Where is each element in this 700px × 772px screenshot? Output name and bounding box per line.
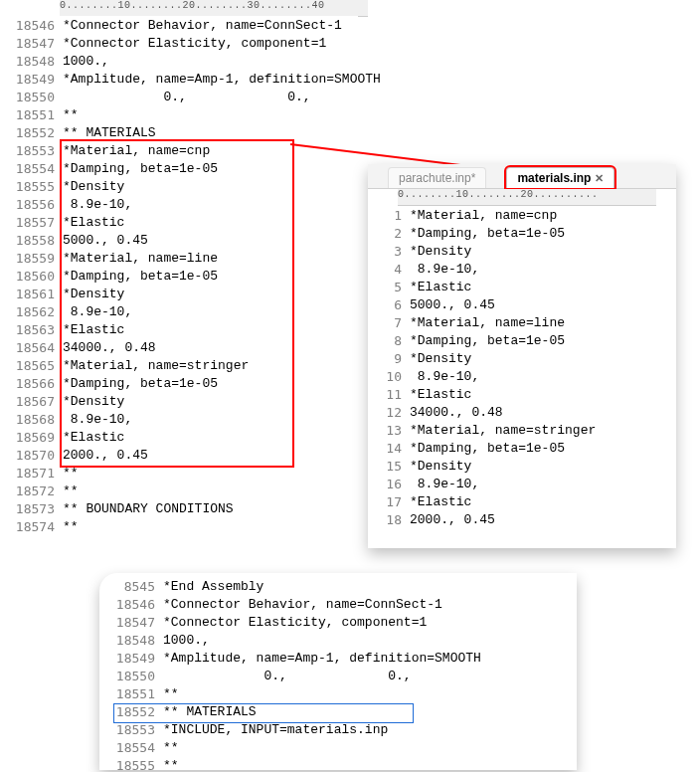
code-line[interactable]: 8*Damping, beta=1e-05 [368, 331, 676, 349]
code-line[interactable]: 65000., 0.45 [368, 295, 676, 313]
code-line[interactable]: 7*Material, name=line [368, 313, 676, 331]
code-line[interactable]: 18563*Elastic [0, 320, 358, 338]
code-text: 8.9e-10, [410, 477, 479, 491]
line-number: 18551 [0, 107, 63, 122]
code-line[interactable]: 18554*Damping, beta=1e-05 [0, 159, 358, 177]
code-line[interactable]: 18551** [105, 684, 481, 702]
code-line[interactable]: 18550 0., 0., [0, 88, 358, 105]
code-line[interactable]: 18560*Damping, beta=1e-05 [0, 267, 358, 285]
code-line[interactable]: 18567*Density [0, 392, 358, 410]
code-line[interactable]: 18549*Amplitude, name=Amp-1, definition=… [105, 649, 481, 667]
line-number: 18574 [0, 519, 63, 534]
code-line[interactable]: 1*Material, name=cnp [368, 206, 676, 224]
code-line[interactable]: 18571** [0, 464, 358, 482]
code-text: 34000., 0.48 [63, 340, 156, 355]
code-line[interactable]: 182000., 0.45 [368, 510, 676, 528]
code-text: 8.9e-10, [410, 369, 479, 384]
code-line[interactable]: 18553*Material, name=cnp [0, 141, 358, 159]
code-line[interactable]: 18554** [105, 738, 481, 756]
code-line[interactable]: 18547*Connector Elasticity, component=1 [0, 34, 358, 52]
code-text: 5000., 0.45 [63, 233, 148, 248]
code-line[interactable]: 18569*Elastic [0, 428, 358, 446]
code-text: *Material, name=line [63, 251, 218, 266]
code-line[interactable]: 18551** [0, 105, 358, 123]
code-line[interactable]: 18553*INCLUDE, INPUT=materials.inp [105, 720, 481, 738]
code-line[interactable]: 9*Density [368, 349, 676, 367]
line-number: 18546 [105, 597, 163, 612]
code-text: ** [163, 758, 179, 771]
line-number: 13 [368, 423, 410, 438]
code-line[interactable]: 3*Density [368, 242, 676, 260]
code-line[interactable]: 185585000., 0.45 [0, 231, 358, 249]
line-number: 18560 [0, 269, 63, 284]
code-text: *Material, name=cnp [63, 143, 210, 158]
code-text: *Elastic [410, 387, 471, 402]
code-line[interactable]: 18573** BOUNDARY CONDITIONS [0, 499, 358, 517]
code-line[interactable]: 18546*Connector Behavior, name=ConnSect-… [105, 595, 481, 613]
editor-main[interactable]: 18546*Connector Behavior, name=ConnSect-… [0, 16, 358, 535]
code-line[interactable]: 185481000., [105, 631, 481, 649]
line-number: 16 [368, 477, 410, 491]
code-text: *Damping, beta=1e-05 [410, 226, 565, 241]
code-text: *Density [63, 179, 124, 194]
code-line[interactable]: 18556 8.9e-10, [0, 195, 358, 213]
line-number: 5 [368, 280, 410, 294]
code-line[interactable]: 17*Elastic [368, 492, 676, 510]
code-line[interactable]: 18555*Density [0, 177, 358, 195]
code-line[interactable]: 18568 8.9e-10, [0, 410, 358, 428]
editor-include[interactable]: 8545*End Assembly18546*Connector Behavio… [105, 577, 481, 770]
line-number: 15 [368, 459, 410, 474]
code-line[interactable]: 1856434000., 0.48 [0, 338, 358, 356]
code-line[interactable]: 18555** [105, 756, 481, 770]
code-text: *Connector Behavior, name=ConnSect-1 [63, 18, 342, 33]
code-line[interactable]: 11*Elastic [368, 385, 676, 403]
line-number: 14 [368, 441, 410, 456]
code-line[interactable]: 18561*Density [0, 285, 358, 302]
code-line[interactable]: 16 8.9e-10, [368, 475, 676, 492]
code-line[interactable]: 5*Elastic [368, 278, 676, 295]
code-line[interactable]: 18572** [0, 482, 358, 499]
code-text: *End Assembly [163, 579, 263, 594]
tab-materials[interactable]: materials.inp ✕ [506, 167, 614, 188]
editor-materials[interactable]: 1*Material, name=cnp2*Damping, beta=1e-0… [368, 206, 676, 528]
code-line[interactable]: 18552** MATERIALS [0, 123, 358, 141]
code-text: ** MATERIALS [163, 704, 257, 719]
line-number: 18551 [105, 686, 163, 701]
code-line[interactable]: 18557*Elastic [0, 213, 358, 231]
code-line[interactable]: 14*Damping, beta=1e-05 [368, 439, 676, 457]
code-line[interactable]: 4 8.9e-10, [368, 260, 676, 278]
line-number: 18573 [0, 501, 63, 516]
code-line[interactable]: 18546*Connector Behavior, name=ConnSect-… [0, 16, 358, 34]
code-line[interactable]: 18566*Damping, beta=1e-05 [0, 374, 358, 392]
code-text: *Connector Behavior, name=ConnSect-1 [163, 597, 442, 612]
code-text: *Damping, beta=1e-05 [63, 376, 218, 391]
code-line[interactable]: 8545*End Assembly [105, 577, 481, 595]
code-line[interactable]: 18552** MATERIALS [105, 702, 481, 720]
code-line[interactable]: 2*Damping, beta=1e-05 [368, 224, 676, 242]
code-line[interactable]: 1234000., 0.48 [368, 403, 676, 421]
line-number: 18552 [105, 704, 163, 719]
code-line[interactable]: 18565*Material, name=stringer [0, 356, 358, 374]
code-text: *Material, name=line [410, 315, 565, 330]
code-line[interactable]: 13*Material, name=stringer [368, 421, 676, 439]
code-line[interactable]: 18550 0., 0., [105, 667, 481, 684]
code-line[interactable]: 15*Density [368, 457, 676, 475]
code-line[interactable]: 10 8.9e-10, [368, 367, 676, 385]
code-line[interactable]: 185702000., 0.45 [0, 446, 358, 464]
code-line[interactable]: 18562 8.9e-10, [0, 302, 358, 320]
code-text: *Material, name=stringer [410, 423, 596, 438]
line-number: 12 [368, 405, 410, 420]
code-line[interactable]: 185481000., [0, 52, 358, 70]
line-number: 18561 [0, 287, 63, 301]
code-line[interactable]: 18547*Connector Elasticity, component=1 [105, 613, 481, 631]
code-text: 8.9e-10, [63, 304, 132, 319]
code-text: ** [63, 519, 79, 534]
code-line[interactable]: 18574** [0, 517, 358, 535]
code-line[interactable]: 18549*Amplitude, name=Amp-1, definition=… [0, 70, 358, 88]
code-text: 5000., 0.45 [410, 297, 495, 312]
tab-parachute[interactable]: parachute.inp* [388, 167, 486, 188]
line-number: 18570 [0, 448, 63, 463]
close-icon[interactable]: ✕ [595, 172, 604, 185]
line-number: 18550 [105, 669, 163, 683]
code-line[interactable]: 18559*Material, name=line [0, 249, 358, 267]
